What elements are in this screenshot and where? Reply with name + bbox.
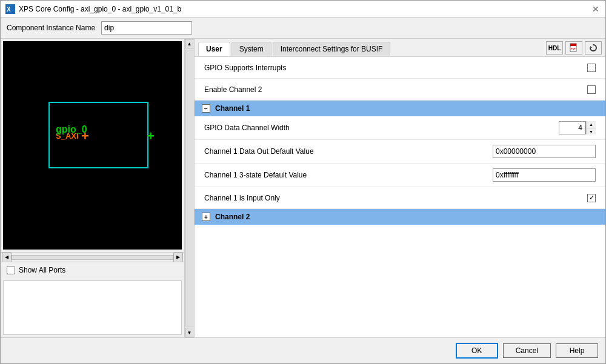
show-ports-label: Show All Ports <box>19 266 65 274</box>
right-plus-icon: + <box>147 128 155 144</box>
ch1-3state-control <box>493 168 596 182</box>
ch1-data-out-label: Channel 1 Data Out Default Value <box>204 147 493 156</box>
app-icon: X <box>5 4 15 14</box>
gpio-interrupts-control <box>587 64 596 72</box>
content-area: GPIO Supports Interrupts Enable Channel … <box>195 57 605 337</box>
gpio-interrupts-checkbox[interactable] <box>587 64 596 72</box>
canvas-scroll-down-button[interactable]: ▼ <box>185 328 195 337</box>
enable-channel2-label: Enable Channel 2 <box>204 85 587 94</box>
ch1-input-only-checkbox[interactable] <box>587 194 596 202</box>
tab-bar: User System Interconnect Settings for BU… <box>195 39 605 57</box>
show-ports-row: Show All Ports <box>1 262 184 278</box>
ch1-3state-input[interactable] <box>493 168 596 182</box>
tabs-container: User System Interconnect Settings for BU… <box>195 39 605 337</box>
tab-toolbar: HDL PDF <box>546 41 602 56</box>
cancel-button[interactable]: Cancel <box>503 343 551 358</box>
gpio-interrupts-row: GPIO Supports Interrupts <box>195 57 605 79</box>
title-bar: X XPS Core Config - axi_gpio_0 - axi_gpi… <box>1 1 605 18</box>
tab-system[interactable]: System <box>231 42 271 56</box>
ch1-data-out-input[interactable] <box>493 145 596 158</box>
svg-marker-5 <box>590 46 592 48</box>
instance-row: Component Instance Name <box>1 18 605 39</box>
ch1-data-out-control <box>493 145 596 158</box>
canvas-area: + S_AXI gpio_0 + <box>3 41 182 250</box>
h-scroll-track[interactable] <box>12 255 173 260</box>
channel1-label: Channel 1 <box>215 104 250 113</box>
svg-text:PDF: PDF <box>571 47 576 50</box>
canvas-v-scrollbar: ▲ ▼ <box>184 39 194 337</box>
footer-row: OK Cancel Help <box>1 337 605 363</box>
enable-channel2-control <box>587 85 596 94</box>
gpio-data-width-control: ▲ ▼ <box>559 121 596 134</box>
svg-rect-3 <box>570 44 576 46</box>
main-content: + S_AXI gpio_0 + ◀ ▶ <box>1 39 605 337</box>
left-panel: + S_AXI gpio_0 + ◀ ▶ <box>1 39 195 337</box>
enable-channel2-row: Enable Channel 2 <box>195 79 605 101</box>
main-window: X XPS Core Config - axi_gpio_0 - axi_gpi… <box>0 0 606 364</box>
channel2-toggle[interactable]: + <box>202 213 210 221</box>
ch1-3state-row: Channel 1 3-state Default Value <box>195 164 605 187</box>
refresh-button[interactable] <box>585 41 602 55</box>
gpio-data-width-spinner: ▲ ▼ <box>559 121 596 134</box>
description-area <box>3 280 182 335</box>
canvas-v-scroll-track[interactable] <box>185 50 195 326</box>
scroll-right-button[interactable]: ▶ <box>173 253 183 262</box>
component-name-label: gpio_0 <box>56 124 87 135</box>
tab-busif[interactable]: Interconnect Settings for BUSIF <box>273 42 391 56</box>
h-scrollbar: ◀ ▶ <box>1 252 184 262</box>
channel1-header: − Channel 1 <box>195 101 605 116</box>
show-ports-checkbox[interactable] <box>7 266 15 274</box>
close-button[interactable]: ✕ <box>591 4 601 14</box>
svg-text:X: X <box>7 6 11 13</box>
gpio-interrupts-label: GPIO Supports Interrupts <box>204 64 587 72</box>
ch1-data-out-row: Channel 1 Data Out Default Value <box>195 140 605 164</box>
refresh-icon <box>588 43 598 53</box>
tab-user[interactable]: User <box>198 42 230 56</box>
help-button[interactable]: Help <box>556 343 598 358</box>
canvas-scroll-up-button[interactable]: ▲ <box>185 39 195 48</box>
content-scroll[interactable]: GPIO Supports Interrupts Enable Channel … <box>195 57 605 337</box>
right-panel: User System Interconnect Settings for BU… <box>195 39 605 337</box>
spinner-buttons: ▲ ▼ <box>585 121 596 134</box>
channel2-label: Channel 2 <box>215 213 250 221</box>
gpio-data-width-row: GPIO Data Channel Width ▲ ▼ <box>195 116 605 140</box>
gpio-data-width-input[interactable] <box>559 121 585 134</box>
pdf-icon: PDF <box>569 43 579 53</box>
channel1-toggle[interactable]: − <box>202 104 210 113</box>
window-title: XPS Core Config - axi_gpio_0 - axi_gpio_… <box>19 5 181 13</box>
ch1-input-only-label: Channel 1 is Input Only <box>204 194 587 202</box>
instance-name-input[interactable] <box>101 21 192 35</box>
title-bar-left: X XPS Core Config - axi_gpio_0 - axi_gpi… <box>5 4 181 14</box>
ch1-3state-label: Channel 1 3-state Default Value <box>204 171 493 179</box>
instance-name-label: Component Instance Name <box>7 24 95 32</box>
enable-channel2-checkbox[interactable] <box>587 85 596 94</box>
hdl-button[interactable]: HDL <box>546 41 563 55</box>
ch1-input-only-control <box>587 194 596 202</box>
gpio-data-width-label: GPIO Data Channel Width <box>204 124 559 132</box>
channel2-header: + Channel 2 <box>195 209 605 225</box>
ch1-input-only-row: Channel 1 is Input Only <box>195 187 605 209</box>
ok-button[interactable]: OK <box>456 343 498 359</box>
spin-up-button[interactable]: ▲ <box>586 121 596 128</box>
scroll-left-button[interactable]: ◀ <box>2 253 12 262</box>
pdf-button[interactable]: PDF <box>565 41 582 55</box>
spin-down-button[interactable]: ▼ <box>586 128 596 134</box>
component-box: + S_AXI gpio_0 + <box>48 102 148 168</box>
